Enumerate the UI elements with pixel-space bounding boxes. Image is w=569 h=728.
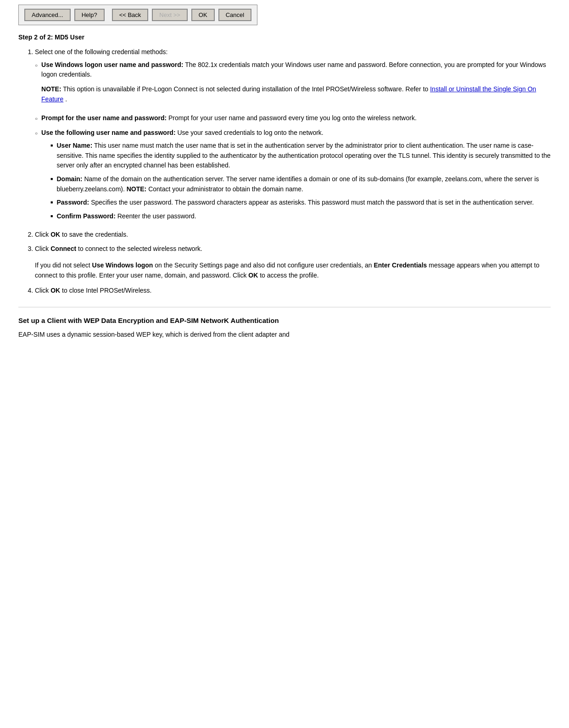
step4-before: Click xyxy=(35,287,50,294)
list-item-1: Select one of the following credential m… xyxy=(35,47,551,225)
domain-note-bold: NOTE: xyxy=(127,185,147,193)
method-prompt-content: Prompt for the user name and password: P… xyxy=(41,113,417,123)
password-label: Password: xyxy=(56,199,89,206)
step3-bold: Connect xyxy=(50,245,76,252)
step4-after: to close Intel PROSet/Wireless. xyxy=(60,287,151,294)
page-container: Advanced... Help? << Back Next >> OK Can… xyxy=(0,0,569,340)
list-item-2: Click OK to save the credentials. xyxy=(35,230,551,240)
main-list: Select one of the following credential m… xyxy=(18,47,551,254)
sub-item-domain-content: Domain: Name of the domain on the authen… xyxy=(56,174,551,194)
method-saved-text: Use your saved credentials to log onto t… xyxy=(177,129,323,136)
credentials-paragraph: If you did not select Use Windows logon … xyxy=(18,261,551,280)
advanced-button[interactable]: Advanced... xyxy=(24,9,71,21)
sub-item-domain: Domain: Name of the domain on the authen… xyxy=(50,174,551,194)
step4-bold: OK xyxy=(50,287,60,294)
section2-heading: Set up a Client with WEP Data Encryption… xyxy=(18,317,551,324)
section2-intro: EAP-SIM uses a dynamic session-based WEP… xyxy=(18,330,551,340)
sub-item-confirm-content: Confirm Password: Reenter the user passw… xyxy=(56,211,196,222)
step3-before: Click xyxy=(35,245,50,252)
para1-bold1: Use Windows logon xyxy=(92,261,153,269)
sub-item-username: User Name: This user name must match the… xyxy=(50,141,551,171)
sub-item-password-content: Password: Specifies the user password. T… xyxy=(56,198,534,208)
section-divider xyxy=(18,307,551,307)
credential-methods-list: Use Windows logon user name and password… xyxy=(35,60,551,225)
cancel-button[interactable]: Cancel xyxy=(218,9,251,21)
step4-list: Click OK to close Intel PROSet/Wireless. xyxy=(18,286,551,296)
para1-text1: If you did not select xyxy=(35,261,92,269)
step1-intro: Select one of the following credential m… xyxy=(35,48,168,56)
sub-item-username-content: User Name: This user name must match the… xyxy=(56,141,551,171)
step2-bold: OK xyxy=(50,231,60,238)
method-prompt-label: Prompt for the user name and password: xyxy=(41,114,167,122)
sub-item-confirm-password: Confirm Password: Reenter the user passw… xyxy=(50,211,551,222)
confirm-password-label: Confirm Password: xyxy=(56,212,115,220)
sub-item-password: Password: Specifies the user password. T… xyxy=(50,198,551,208)
ok-button[interactable]: OK xyxy=(191,9,215,21)
para1-text4: to access the profile. xyxy=(258,272,318,279)
para1-bold3: OK xyxy=(248,272,258,279)
method-windows-logon: Use Windows logon user name and password… xyxy=(35,60,551,109)
username-text: This user name must match the user name … xyxy=(56,142,550,169)
domain-note-text: Contact your administrator to obtain the… xyxy=(148,185,303,193)
note-text: This option is unavailable if Pre-Logon … xyxy=(63,85,430,93)
confirm-password-text: Reenter the user password. xyxy=(117,212,196,220)
dialog-buttons: Advanced... Help? << Back Next >> OK Can… xyxy=(24,9,251,21)
method-prompt: Prompt for the user name and password: P… xyxy=(35,113,551,123)
step2-after: to save the credentials. xyxy=(60,231,128,238)
method-saved-credentials-content: Use the following user name and password… xyxy=(41,128,551,225)
note-block-windows-logon: NOTE: This option is unavailable if Pre-… xyxy=(41,84,551,104)
method-saved-label: Use the following user name and password… xyxy=(41,129,176,136)
domain-label: Domain: xyxy=(56,175,82,183)
step-heading: Step 2 of 2: MD5 User xyxy=(18,33,551,41)
next-button[interactable]: Next >> xyxy=(152,9,188,21)
back-button[interactable]: << Back xyxy=(112,9,149,21)
step2-before: Click xyxy=(35,231,50,238)
username-label: User Name: xyxy=(56,142,92,149)
method-saved-credentials: Use the following user name and password… xyxy=(35,128,551,225)
step3-after: to connect to the selected wireless netw… xyxy=(76,245,202,252)
list-item-3: Click Connect to connect to the selected… xyxy=(35,244,551,254)
note-bold: NOTE: xyxy=(41,85,61,93)
para1-bold2: Enter Credentials xyxy=(374,261,427,269)
help-button[interactable]: Help? xyxy=(74,9,105,21)
para1-text2: on the Security Settings page and also d… xyxy=(153,261,374,269)
list-item-4: Click OK to close Intel PROSet/Wireless. xyxy=(35,286,551,296)
password-text: Specifies the user password. The passwor… xyxy=(91,199,534,206)
method-prompt-text: Prompt for your user name and password e… xyxy=(168,114,417,122)
sub-items-list: User Name: This user name must match the… xyxy=(41,141,551,222)
method-windows-logon-label: Use Windows logon user name and password… xyxy=(41,61,183,68)
dialog-image: Advanced... Help? << Back Next >> OK Can… xyxy=(18,5,257,25)
note-end: . xyxy=(65,95,67,103)
method-windows-logon-content: Use Windows logon user name and password… xyxy=(41,60,551,109)
